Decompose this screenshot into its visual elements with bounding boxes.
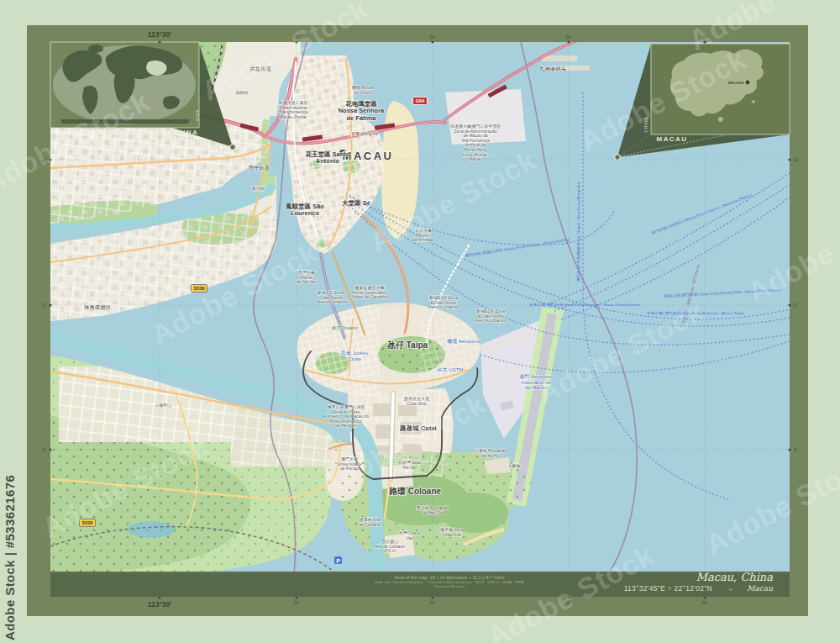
map-label: 拱北街道 <box>249 66 272 72</box>
center-coordinates: 113°32'45"E ÷ 22°12'02"N <box>624 584 712 593</box>
map-label: 南联村 <box>236 90 249 96</box>
map-label: 小橫琴山 <box>155 403 171 408</box>
svg-text:G94: G94 <box>416 98 425 103</box>
map-label: 機場 Aeroporto <box>447 338 481 345</box>
map-label: 海洋 Oceano <box>331 325 358 330</box>
map-label: 路環 Coloane <box>389 487 442 496</box>
road-shield: S530 <box>80 519 96 527</box>
map-label: 珠海保税区 <box>84 304 112 311</box>
svg-text:P: P <box>336 558 340 564</box>
map-label: 大堂區 Sé <box>342 199 370 207</box>
map-label: 路氹金光大道Cotai Strip <box>404 396 429 406</box>
map-label: 嘉樂庇總督大橋Ponte GovernadorNobre de Carvalho <box>352 285 387 299</box>
map-label: 珠澳跨境工業區Zona IndustrialTransfronteiriçaMa… <box>278 100 308 119</box>
svg-text:S530: S530 <box>81 520 92 525</box>
map-label: MACAU <box>343 150 394 162</box>
road-shield: S530 <box>192 285 207 293</box>
attribution-line-2: Projection: Mercator <box>277 584 622 588</box>
map-label: 九洲港码头 <box>539 66 567 72</box>
map-label: 氹仔 Taipa <box>387 340 428 350</box>
map-label: 路氹城 Cotai <box>399 424 436 432</box>
stock-id-watermark: Adobe Stock | #533621676 <box>3 422 17 640</box>
road-shield: G94 <box>69 94 83 102</box>
map-label: 關閘 Portasdo Cerco <box>352 85 374 95</box>
macau-map: P MACAU花地瑪堂區Nossa Senhorade Fátima花王堂區 S… <box>50 42 790 574</box>
map-attribution: Area of the map: 18 x 14 kilometers ~ 11… <box>277 575 622 588</box>
svg-text:G94: G94 <box>71 95 81 100</box>
map-label: 新城E1區 ZonaE1 das NovosAterros Urbanos <box>428 295 459 309</box>
map-subtitle: Macau <box>747 584 773 593</box>
stock-map-image: P MACAU花地瑪堂區Nossa Senhorade Fátima花王堂區 S… <box>0 0 840 643</box>
map-label: 新城E2區 ZonaE2 das NovosAterros Urbanos <box>475 308 507 323</box>
map-label: 海湾村 <box>252 186 265 192</box>
parking-icon: P <box>334 556 342 564</box>
map-label: 路環村 Vilade Coloane <box>359 517 381 527</box>
map-label: 望廈 Mong Há <box>351 131 378 136</box>
arrow-glyph: → <box>726 584 733 593</box>
map-label: 大癲角 <box>508 463 521 468</box>
map-label: 湾仔街道 <box>248 165 270 171</box>
map-label: 科大 USTM <box>438 366 464 372</box>
map-label: 風順堂區 SãoLourenço <box>285 203 324 217</box>
road-shield: G94 <box>413 98 428 105</box>
map-label: 龍爪角 LongChao Kok <box>440 527 464 537</box>
svg-text:S530: S530 <box>193 286 204 291</box>
